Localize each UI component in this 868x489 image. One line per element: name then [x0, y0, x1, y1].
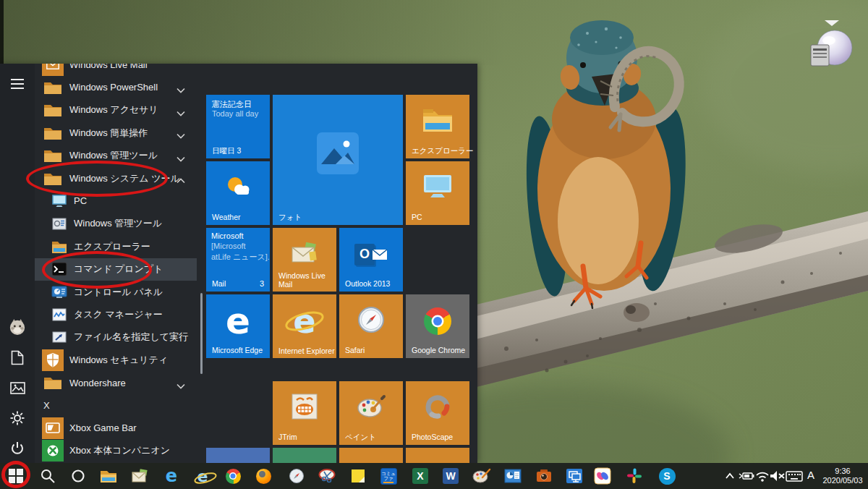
- app-item-label: Windows アクセサリ: [69, 103, 158, 116]
- tile-internet-explorer[interactable]: e Internet Explorer: [273, 294, 336, 358]
- app-item-windows-security[interactable]: Windows セキュリティ: [35, 349, 197, 371]
- tile-partial-1[interactable]: [206, 448, 270, 463]
- tile-partial-4[interactable]: [406, 448, 469, 463]
- taskbar-clock[interactable]: 9:36 2020/05/03: [820, 467, 866, 485]
- app-item-label: Xbox Game Bar: [69, 422, 137, 433]
- tile-safari[interactable]: Safari: [339, 294, 403, 358]
- tile-explorer[interactable]: エクスプローラー: [406, 95, 469, 158]
- app-item-windows-powershell[interactable]: Windows PowerShell: [35, 76, 197, 98]
- photo-viewer-icon: [504, 469, 522, 483]
- edge-logo-icon: e: [166, 466, 177, 486]
- dual-display-icon: [566, 468, 583, 484]
- settings-gear-icon[interactable]: [9, 409, 26, 427]
- tile-paint[interactable]: ペイント: [339, 381, 403, 445]
- sticky-notes-button[interactable]: [348, 466, 368, 486]
- folder-icon: [42, 372, 64, 394]
- clock-time: 9:36: [820, 467, 866, 476]
- tile-edge[interactable]: e Microsoft Edge: [206, 294, 270, 358]
- cortana-button[interactable]: [68, 466, 88, 486]
- app-item-windows-ease-of-access[interactable]: Windows 簡単操作: [35, 122, 197, 144]
- tile-jtrim[interactable]: JTrim: [273, 381, 336, 445]
- app-item-windows-admin-tools[interactable]: Windows 管理ツール: [35, 213, 197, 235]
- camera-app-button[interactable]: [534, 466, 554, 486]
- firefox-button[interactable]: [253, 466, 273, 486]
- pictures-icon[interactable]: [9, 379, 26, 396]
- app-list-scrollbar[interactable]: [200, 293, 203, 374]
- tile-pc[interactable]: PC: [406, 161, 469, 225]
- excel-button[interactable]: X: [410, 466, 430, 486]
- chevron-down-icon[interactable]: [176, 85, 185, 95]
- app-item-label: Windows 管理ツール: [74, 217, 162, 230]
- chevron-up-icon[interactable]: [176, 176, 185, 187]
- commufa-text-2: ファ: [383, 476, 393, 481]
- tile-outlook[interactable]: O Outlook 2013: [339, 228, 403, 292]
- start-menu-rail: [0, 64, 35, 463]
- chevron-down-icon[interactable]: [176, 380, 185, 391]
- desktop-orb-shortcut[interactable]: [806, 14, 861, 68]
- explorer-folder-icon: [422, 107, 454, 136]
- hidden-icons-chevron[interactable]: [721, 467, 739, 485]
- edge-button[interactable]: e: [161, 466, 182, 486]
- app-item-xbox-console-companion[interactable]: Xbox 本体コンパニオン: [35, 440, 197, 462]
- tile-photos[interactable]: フォト: [273, 95, 403, 225]
- chrome-button[interactable]: [223, 466, 243, 486]
- search-icon: [40, 468, 56, 484]
- chevron-down-icon[interactable]: [176, 130, 185, 141]
- hamburger-icon[interactable]: [9, 75, 26, 93]
- annotation-circle-start-button: [1, 461, 30, 488]
- paint-button[interactable]: [472, 466, 492, 486]
- tile-photoscape[interactable]: PhotoScape: [406, 381, 469, 445]
- safari-button[interactable]: [286, 466, 307, 486]
- tile-weather[interactable]: Weather: [206, 161, 270, 225]
- photoscape-icon: [423, 392, 452, 424]
- mail-subject-1: [Microsoft: [211, 242, 246, 250]
- tile-label: Internet Explorer: [278, 346, 336, 355]
- tile-mail[interactable]: Microsoft [Microsoft atLife ニュース]... Mai…: [206, 228, 270, 292]
- taskbar: e e コミュ ファ X W: [0, 463, 868, 489]
- folder-icon: [42, 122, 64, 144]
- meet-app-button[interactable]: [592, 466, 613, 486]
- power-icon[interactable]: [9, 440, 26, 457]
- xbox-logo-icon: [42, 440, 64, 462]
- ie-ring-icon: [284, 307, 326, 336]
- word-button[interactable]: W: [441, 466, 461, 486]
- tile-chrome[interactable]: Google Chrome: [406, 294, 469, 358]
- app-item-windows-accessories[interactable]: Windows アクセサリ: [35, 99, 197, 122]
- app-item-xbox-game-bar[interactable]: Xbox Game Bar: [35, 417, 197, 439]
- app-item-task-manager[interactable]: タスク マネージャー: [35, 303, 197, 326]
- folder-icon: [42, 99, 64, 121]
- app-item-windows-live-mail[interactable]: Windows Live Mail: [35, 64, 197, 76]
- user-avatar[interactable]: [9, 318, 26, 336]
- app-item-label: Windows セキュリティ: [69, 354, 168, 367]
- windows-live-mail-button[interactable]: [129, 466, 150, 486]
- tile-partial-3[interactable]: [339, 448, 403, 463]
- app-item-label: Windows 簡単操作: [69, 127, 148, 140]
- documents-icon[interactable]: [9, 349, 26, 366]
- skype-button[interactable]: S: [657, 466, 677, 486]
- tile-windows-live-mail[interactable]: Windows Live Mail: [273, 228, 336, 292]
- app-item-run[interactable]: ファイル名を指定して実行: [35, 326, 197, 349]
- touch-keyboard-icon[interactable]: [786, 467, 803, 485]
- app-item-wondershare[interactable]: Wondershare: [35, 372, 197, 394]
- volume-muted-icon[interactable]: [769, 467, 786, 485]
- mail-badge-count: 3: [260, 279, 264, 288]
- chevron-down-icon[interactable]: [176, 108, 185, 119]
- ime-mode-indicator[interactable]: A: [802, 469, 820, 481]
- chrome-logo-icon: [424, 307, 451, 335]
- file-explorer-button[interactable]: [98, 466, 119, 486]
- chevron-down-icon[interactable]: [176, 153, 185, 164]
- search-button[interactable]: [38, 466, 58, 486]
- section-header-x: X: [43, 394, 188, 417]
- app-item-label: タスク マネージャー: [74, 308, 163, 321]
- commufa-app-button[interactable]: コミュ ファ: [378, 466, 399, 486]
- internet-explorer-button[interactable]: e: [192, 466, 213, 486]
- battery-icon[interactable]: [738, 467, 755, 485]
- tile-label: フォト: [278, 213, 402, 221]
- snipping-tool-button[interactable]: [318, 466, 338, 486]
- photo-viewer-button[interactable]: [503, 466, 523, 486]
- tile-calendar[interactable]: 憲法記念日 Today all day 日曜日 3: [206, 95, 270, 158]
- dual-display-app-button[interactable]: [564, 466, 584, 486]
- slack-button[interactable]: [624, 466, 644, 486]
- tile-partial-2[interactable]: [273, 448, 336, 463]
- task-manager-icon: [51, 306, 68, 323]
